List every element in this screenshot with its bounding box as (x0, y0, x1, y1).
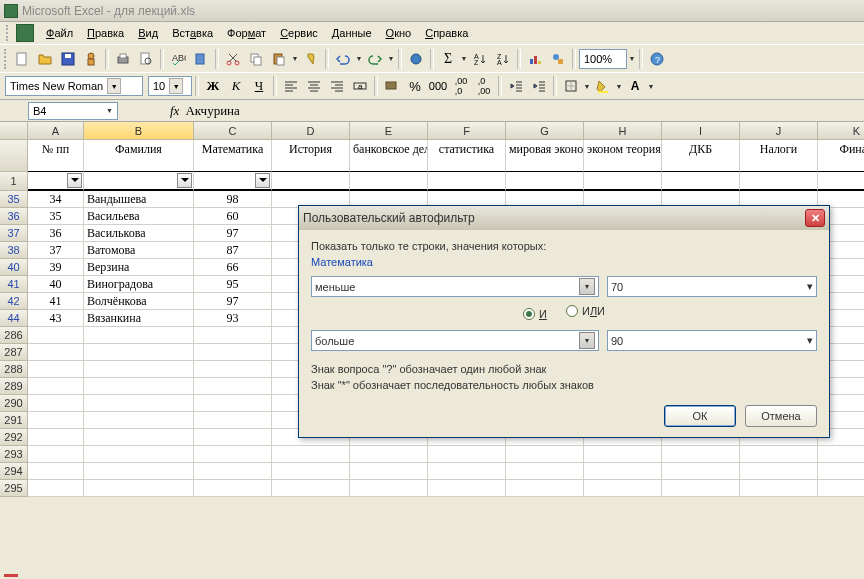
cell[interactable]: Вандышева (84, 191, 194, 208)
filter-cell[interactable] (272, 172, 350, 191)
app-icon[interactable] (16, 24, 34, 42)
cell[interactable] (662, 480, 740, 497)
row-header[interactable] (0, 140, 28, 172)
cell[interactable] (194, 429, 272, 446)
cell[interactable] (740, 463, 818, 480)
name-box[interactable]: B4 ▼ (28, 102, 118, 120)
header-cell[interactable]: № пп (28, 140, 84, 172)
merge-center-button[interactable]: a (349, 75, 371, 97)
menu-view[interactable]: Вид (132, 25, 164, 41)
preview-button[interactable] (135, 48, 157, 70)
cell[interactable] (84, 446, 194, 463)
value2-combo[interactable]: 90 ▾ (607, 330, 817, 351)
cell[interactable] (28, 412, 84, 429)
cell[interactable]: 40 (28, 276, 84, 293)
cell[interactable] (84, 378, 194, 395)
row-header[interactable]: 35 (0, 191, 28, 208)
row-header[interactable]: 1 (0, 172, 28, 191)
save-button[interactable] (57, 48, 79, 70)
cell[interactable] (506, 463, 584, 480)
menu-edit[interactable]: Правка (81, 25, 130, 41)
filter-cell[interactable] (662, 172, 740, 191)
cell[interactable] (28, 395, 84, 412)
cut-button[interactable] (222, 48, 244, 70)
filter-cell[interactable] (584, 172, 662, 191)
header-cell[interactable]: мировая экономика (506, 140, 584, 172)
header-cell[interactable]: ДКБ (662, 140, 740, 172)
header-cell[interactable]: Финан (818, 140, 864, 172)
fill-color-button[interactable] (592, 75, 614, 97)
cell[interactable] (428, 463, 506, 480)
cell[interactable] (584, 446, 662, 463)
cell[interactable] (818, 446, 864, 463)
cell[interactable] (84, 395, 194, 412)
cell[interactable] (28, 361, 84, 378)
zoom-dropdown[interactable]: ▼ (628, 48, 636, 70)
cell[interactable] (194, 463, 272, 480)
cell[interactable]: 36 (28, 225, 84, 242)
underline-button[interactable]: Ч (248, 75, 270, 97)
menu-help[interactable]: Справка (419, 25, 474, 41)
column-header[interactable]: G (506, 122, 584, 140)
column-header[interactable]: J (740, 122, 818, 140)
cell[interactable] (350, 480, 428, 497)
new-button[interactable] (11, 48, 33, 70)
cell[interactable]: 98 (194, 191, 272, 208)
filter-dropdown-button[interactable] (255, 173, 270, 188)
cell[interactable] (84, 429, 194, 446)
operator1-select[interactable]: меньше ▾ (311, 276, 599, 297)
research-button[interactable] (190, 48, 212, 70)
cell[interactable]: 95 (194, 276, 272, 293)
cell[interactable]: 43 (28, 310, 84, 327)
cell[interactable] (506, 446, 584, 463)
cell[interactable] (84, 361, 194, 378)
row-header[interactable]: 44 (0, 310, 28, 327)
increase-decimal-button[interactable]: ,00,0 (450, 75, 472, 97)
cell[interactable] (272, 463, 350, 480)
cell[interactable] (584, 480, 662, 497)
borders-button[interactable] (560, 75, 582, 97)
row-header[interactable]: 288 (0, 361, 28, 378)
percent-button[interactable]: % (404, 75, 426, 97)
cell[interactable]: 35 (28, 208, 84, 225)
cell[interactable] (28, 378, 84, 395)
cell[interactable] (28, 480, 84, 497)
copy-button[interactable] (245, 48, 267, 70)
row-header[interactable]: 286 (0, 327, 28, 344)
header-cell[interactable]: статистика (428, 140, 506, 172)
formula-value[interactable]: Акчурина (185, 103, 239, 119)
header-cell[interactable]: Фамилия (84, 140, 194, 172)
column-header[interactable]: B (84, 122, 194, 140)
cell[interactable] (28, 463, 84, 480)
row-header[interactable]: 41 (0, 276, 28, 293)
value1-combo[interactable]: 70 ▾ (607, 276, 817, 297)
cell[interactable] (194, 378, 272, 395)
cell[interactable] (662, 446, 740, 463)
filter-cell[interactable] (428, 172, 506, 191)
comma-button[interactable]: 000 (427, 75, 449, 97)
paste-button[interactable] (268, 48, 290, 70)
header-cell[interactable]: эконом теория (584, 140, 662, 172)
cell[interactable]: Василькова (84, 225, 194, 242)
filter-cell[interactable] (818, 172, 864, 191)
currency-button[interactable] (381, 75, 403, 97)
cell[interactable]: 60 (194, 208, 272, 225)
cell[interactable] (194, 395, 272, 412)
cell[interactable]: Ватомова (84, 242, 194, 259)
row-header[interactable]: 295 (0, 480, 28, 497)
undo-dropdown[interactable]: ▼ (355, 48, 363, 70)
cell[interactable]: 87 (194, 242, 272, 259)
cell[interactable]: Виноградова (84, 276, 194, 293)
cell[interactable] (84, 412, 194, 429)
decrease-indent-button[interactable] (505, 75, 527, 97)
row-header[interactable]: 36 (0, 208, 28, 225)
row-header[interactable]: 290 (0, 395, 28, 412)
paste-dropdown[interactable]: ▼ (291, 48, 299, 70)
cell[interactable] (740, 446, 818, 463)
and-radio[interactable]: И (523, 308, 547, 320)
cell[interactable] (428, 446, 506, 463)
close-button[interactable]: ✕ (805, 209, 825, 227)
cell[interactable] (662, 463, 740, 480)
cell[interactable] (818, 463, 864, 480)
row-header[interactable]: 40 (0, 259, 28, 276)
